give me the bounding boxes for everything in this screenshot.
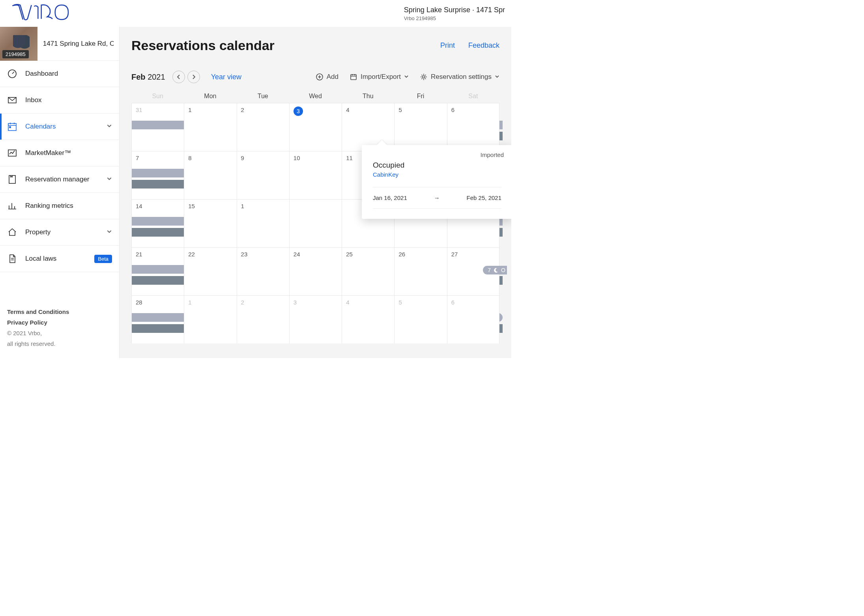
day-number: 2: [241, 299, 244, 306]
day-number: 24: [294, 251, 300, 258]
calendar-cell[interactable]: 1: [184, 103, 236, 151]
calendar-cell[interactable]: 1: [237, 199, 289, 247]
sidebar-item-inbox[interactable]: Inbox: [0, 87, 119, 114]
chevron-down-icon: [495, 73, 499, 81]
dow-label: Sat: [447, 93, 499, 100]
day-number: 1: [188, 106, 191, 113]
calendar-cell[interactable]: 28: [131, 295, 184, 343]
sidebar-item-dashboard[interactable]: Dashboard: [0, 61, 119, 87]
chevron-down-icon: [107, 228, 112, 236]
next-month-button[interactable]: [187, 71, 200, 83]
top-header: Spring Lake Surprise · 1471 Spr Vrbo 219…: [0, 0, 511, 27]
sidebar-item-calendars[interactable]: Calendars: [0, 114, 119, 140]
day-number: 7: [136, 155, 139, 161]
property-thumbnail: 2194985: [0, 27, 37, 61]
main-content: Reservations calendar Print Feedback Feb…: [120, 27, 511, 358]
calendar-cell[interactable]: 15: [184, 199, 236, 247]
dow-label: Tue: [237, 93, 289, 100]
day-number: 11: [346, 155, 353, 161]
calendar-cell[interactable]: 14: [131, 199, 184, 247]
calendar-cell[interactable]: 22: [184, 247, 236, 295]
print-link[interactable]: Print: [440, 41, 455, 50]
chevron-down-icon: [107, 175, 112, 183]
house-icon: [7, 227, 17, 237]
calendar-cell[interactable]: 1: [184, 295, 236, 343]
calendar-cell[interactable]: 8: [184, 151, 236, 199]
day-number: 9: [241, 155, 244, 161]
day-number: 27: [451, 251, 458, 258]
arrow-right-icon: →: [434, 194, 440, 201]
calendar-cell[interactable]: 21: [131, 247, 184, 295]
year-view-link[interactable]: Year view: [211, 73, 241, 81]
day-number: 31: [136, 106, 142, 113]
dow-label: Mon: [184, 93, 236, 100]
property-card[interactable]: 2194985 1471 Spring Lake Rd, Cl: [0, 27, 119, 61]
reservation-settings-button[interactable]: Reservation settings: [420, 73, 499, 81]
prev-month-button[interactable]: [172, 71, 185, 83]
property-sub: Vrbo 2194985: [404, 15, 505, 21]
nights-badge[interactable]: 7O: [483, 266, 507, 274]
chart-icon: [7, 148, 17, 158]
property-address: 1471 Spring Lake Rd, Cl: [43, 40, 114, 48]
calendar-cell[interactable]: 9: [237, 151, 289, 199]
day-number: 3: [294, 106, 303, 116]
day-number: 8: [188, 155, 191, 161]
chevron-down-icon: [107, 123, 112, 131]
day-number: 21: [136, 251, 142, 258]
day-number: 14: [136, 203, 142, 209]
calendar-cell[interactable]: [289, 199, 342, 247]
month-label: Feb 2021: [131, 73, 165, 82]
calendar-cell[interactable]: 4: [342, 295, 394, 343]
day-number: 10: [294, 155, 300, 161]
svg-rect-7: [351, 75, 356, 80]
calendar-cell[interactable]: 7: [131, 151, 184, 199]
calendar-cell[interactable]: 6: [447, 103, 499, 151]
add-button[interactable]: Add: [316, 73, 338, 81]
sidebar-item-label: Property: [25, 228, 50, 236]
dow-label: Sun: [131, 93, 184, 100]
dow-label: Fri: [394, 93, 447, 100]
vrbo-logo[interactable]: [11, 2, 70, 24]
terms-link[interactable]: Terms and Conditions: [7, 308, 112, 315]
gauge-icon: [7, 69, 17, 79]
sidebar-item-reservation-manager[interactable]: Reservation manager: [0, 166, 119, 193]
calendar-cell[interactable]: 10: [289, 151, 342, 199]
calendar-toolbar: Feb 2021 Year view Add Import/Export: [131, 71, 499, 83]
calendar-cell[interactable]: 31: [131, 103, 184, 151]
sidebar-item-ranking-metrics[interactable]: Ranking metrics: [0, 193, 119, 219]
calendar-cell[interactable]: 23: [237, 247, 289, 295]
day-number: 6: [451, 106, 454, 113]
calendar-cell[interactable]: 24: [289, 247, 342, 295]
popup-source[interactable]: CabinKey: [373, 171, 398, 178]
sidebar: 2194985 1471 Spring Lake Rd, Cl Dashboar…: [0, 27, 120, 358]
sidebar-item-marketmaker-[interactable]: MarketMaker™: [0, 140, 119, 166]
calendar-cell[interactable]: 3: [289, 103, 342, 151]
day-number: 5: [398, 299, 402, 306]
property-id-badge: 2194985: [2, 50, 29, 58]
sidebar-item-property[interactable]: Property: [0, 219, 119, 246]
calendar-cell[interactable]: 26: [394, 247, 447, 295]
day-number: 4: [346, 299, 349, 306]
sidebar-item-label: Inbox: [25, 96, 42, 104]
day-number: 28: [136, 299, 142, 306]
calendar-cell[interactable]: 3: [289, 295, 342, 343]
calendar-cell[interactable]: 2: [237, 103, 289, 151]
sidebar-item-label: MarketMaker™: [25, 149, 71, 157]
day-number: 3: [294, 299, 297, 306]
calendar-cell[interactable]: 2: [237, 295, 289, 343]
calendar-cell[interactable]: 5: [394, 295, 447, 343]
day-number: 1: [188, 299, 191, 306]
sidebar-item-local-laws[interactable]: Local lawsBeta: [0, 246, 119, 272]
property-title: Spring Lake Surprise · 1471 Spr: [404, 6, 505, 14]
calendar-cell[interactable]: 277O: [447, 247, 499, 295]
popup-tag: Imported: [481, 151, 504, 158]
calendar-cell[interactable]: 4: [342, 103, 394, 151]
privacy-link[interactable]: Privacy Policy: [7, 319, 112, 326]
calendar-cell[interactable]: 6: [447, 295, 499, 343]
import-export-button[interactable]: Import/Export: [350, 73, 409, 81]
calendar-icon: [7, 121, 17, 132]
feedback-link[interactable]: Feedback: [468, 41, 499, 50]
calendar-cell[interactable]: 5: [394, 103, 447, 151]
calendar-cell[interactable]: 25: [342, 247, 394, 295]
bars-icon: [7, 201, 17, 211]
